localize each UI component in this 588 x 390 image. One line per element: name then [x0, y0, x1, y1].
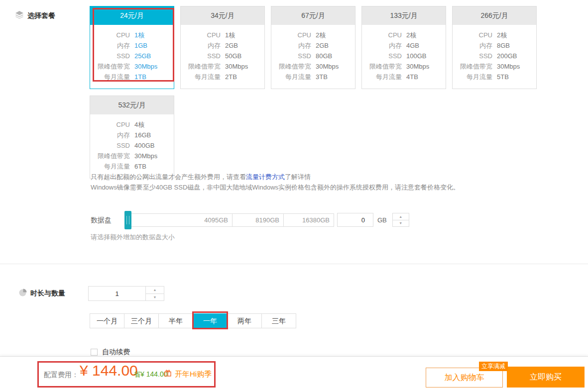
spec-label: SSD — [181, 51, 221, 61]
spec-label: 每月流量 — [362, 72, 402, 82]
spec-value: 4TB — [406, 72, 418, 82]
package-card-34[interactable]: 34元/月 CPU1核 内存2GB SSD50GB 限峰值带宽30Mbps 每月… — [180, 6, 265, 89]
spec-value: 80GB — [316, 51, 332, 61]
spec-value: 30Mbps — [225, 61, 248, 72]
package-card-67[interactable]: 67元/月 CPU2核 内存2GB SSD80GB 限峰值带宽30Mbps 每月… — [271, 6, 355, 89]
section-divider — [0, 264, 588, 264]
spec-value: 30Mbps — [406, 61, 429, 72]
data-disk-size-input[interactable] — [337, 213, 373, 227]
spec-value: 2核 — [406, 30, 416, 40]
package-specs: CPU1核 内存2GB SSD50GB 限峰值带宽30Mbps 每月流量2TB — [181, 25, 264, 89]
gift-icon — [164, 369, 172, 379]
spec-label: 内存 — [90, 40, 130, 51]
package-specs: CPU1核 内存1GB SSD25GB 限峰值带宽30Mbps 每月流量1TB — [90, 25, 174, 89]
package-card-532[interactable]: 532元/月 CPU4核 内存16GB SSD400GB 限峰值带宽30Mbps… — [90, 96, 174, 179]
note-text: 只有超出配额的公网出流量才会产生额外费用，请查看 — [91, 173, 246, 181]
spec-label: 内存 — [453, 40, 492, 51]
package-card-24[interactable]: 24元/月 CPU1核 内存1GB SSD25GB 限峰值带宽30Mbps 每月… — [90, 6, 174, 89]
package-section-title: 选择套餐 — [27, 11, 55, 20]
spec-label: CPU — [90, 30, 130, 40]
tab-two-years[interactable]: 两年 — [227, 313, 262, 328]
spec-label: CPU — [271, 30, 311, 40]
spec-value: 30Mbps — [316, 61, 339, 72]
spec-label: 每月流量 — [181, 72, 221, 82]
spec-label: 每月流量 — [271, 72, 311, 82]
spec-label: 限峰值带宽 — [181, 61, 221, 72]
spec-value: 2TB — [225, 72, 237, 82]
tab-three-years[interactable]: 三年 — [261, 313, 296, 328]
spec-value: 6TB — [134, 161, 146, 172]
auto-renew-row: 自动续费 — [91, 348, 130, 357]
package-specs: CPU2核 内存2GB SSD80GB 限峰值带宽30Mbps 每月流量3TB — [271, 25, 355, 89]
quantity-stepper: ▲ ▼ — [145, 286, 164, 301]
spec-value: 1GB — [134, 40, 147, 51]
spec-value: 1TB — [134, 72, 146, 82]
tab-half-year[interactable]: 半年 — [158, 313, 193, 328]
spec-value: 2核 — [316, 30, 326, 40]
spec-value: 4核 — [134, 119, 144, 130]
auto-renew-label: 自动续费 — [102, 348, 130, 357]
traffic-billing-link[interactable]: 流量计费方式 — [246, 173, 285, 181]
spec-label: CPU — [90, 119, 130, 130]
quantity-input[interactable] — [88, 286, 146, 301]
spec-value: 5TB — [497, 72, 509, 82]
tab-one-year[interactable]: 一年 — [193, 313, 228, 328]
package-price: 532元/月 — [90, 96, 174, 114]
package-notes: 只有超出配额的公网出流量才会产生额外费用，请查看流量计费方式了解详情 Windo… — [91, 172, 460, 193]
stepper-down-icon[interactable]: ▼ — [393, 220, 409, 227]
cost-label: 配置费用： — [44, 371, 79, 380]
pie-clock-icon — [19, 289, 27, 298]
duration-section-title: 时长与数量 — [30, 289, 65, 298]
spec-label: 每月流量 — [453, 72, 492, 82]
data-disk-unit: GB — [377, 216, 387, 224]
spec-label: 限峰值带宽 — [90, 61, 130, 72]
slider-mark: 16380GB — [284, 214, 334, 226]
saving-amount: 省¥ 144.00 — [133, 370, 168, 379]
buy-now-button[interactable]: 立即购买 — [507, 367, 585, 388]
data-disk-slider[interactable]: 4095GB 8190GB 16380GB — [126, 213, 334, 227]
spec-label: 内存 — [90, 130, 130, 140]
note-line-2: Windows镜像需要至少40GB SSD磁盘，非中国大陆地域Windows实例… — [91, 182, 460, 193]
spec-label: CPU — [362, 30, 402, 40]
spec-label: 限峰值带宽 — [362, 61, 402, 72]
spec-label: 限峰值带宽 — [90, 151, 130, 161]
spec-label: SSD — [362, 51, 402, 61]
slider-handle[interactable] — [124, 211, 131, 229]
package-specs: CPU2核 内存4GB SSD100GB 限峰值带宽30Mbps 每月流量4TB — [362, 25, 446, 89]
spec-label: CPU — [181, 30, 221, 40]
spec-value: 2GB — [225, 40, 238, 51]
tab-one-month[interactable]: 一个月 — [90, 313, 124, 328]
quantity-group: ▲ ▼ — [88, 286, 164, 301]
package-specs: CPU4核 内存16GB SSD400GB 限峰值带宽30Mbps 每月流量6T… — [90, 114, 174, 178]
spec-value: 200GB — [497, 51, 517, 61]
stepper-up-icon[interactable]: ▲ — [393, 213, 409, 220]
auto-renew-checkbox[interactable] — [91, 349, 98, 356]
slider-mark: 4095GB — [126, 214, 233, 226]
spec-value: 100GB — [406, 51, 426, 61]
note-line-1: 只有超出配额的公网出流量才会产生额外费用，请查看流量计费方式了解详情 — [91, 172, 460, 182]
spec-value: 25GB — [134, 51, 151, 61]
stepper-down-icon[interactable]: ▼ — [146, 294, 164, 301]
package-price: 133元/月 — [362, 6, 446, 25]
spec-value: 1核 — [225, 30, 235, 40]
package-card-266[interactable]: 266元/月 CPU2核 内存8GB SSD200GB 限峰值带宽30Mbps … — [452, 6, 537, 89]
slider-mark: 8190GB — [233, 214, 284, 226]
package-card-list: 24元/月 CPU1核 内存1GB SSD25GB 限峰值带宽30Mbps 每月… — [90, 6, 545, 179]
package-price: 34元/月 — [181, 6, 264, 25]
spec-value: 30Mbps — [497, 61, 520, 72]
spec-label: SSD — [271, 51, 311, 61]
spec-label: 内存 — [362, 40, 402, 51]
spec-value: 2GB — [316, 40, 329, 51]
promo-label[interactable]: 开年Hi购季 — [175, 370, 212, 379]
spec-label: 限峰值带宽 — [271, 61, 311, 72]
tab-three-months[interactable]: 三个月 — [124, 313, 159, 328]
spec-value: 16GB — [134, 130, 151, 140]
spec-value: 8GB — [497, 40, 510, 51]
spec-value: 400GB — [134, 140, 154, 151]
spec-label: SSD — [453, 51, 492, 61]
spec-value: 3TB — [316, 72, 328, 82]
spec-label: 内存 — [181, 40, 221, 51]
spec-label: SSD — [90, 140, 130, 151]
stepper-up-icon[interactable]: ▲ — [146, 287, 164, 294]
package-card-133[interactable]: 133元/月 CPU2核 内存4GB SSD100GB 限峰值带宽30Mbps … — [361, 6, 446, 89]
